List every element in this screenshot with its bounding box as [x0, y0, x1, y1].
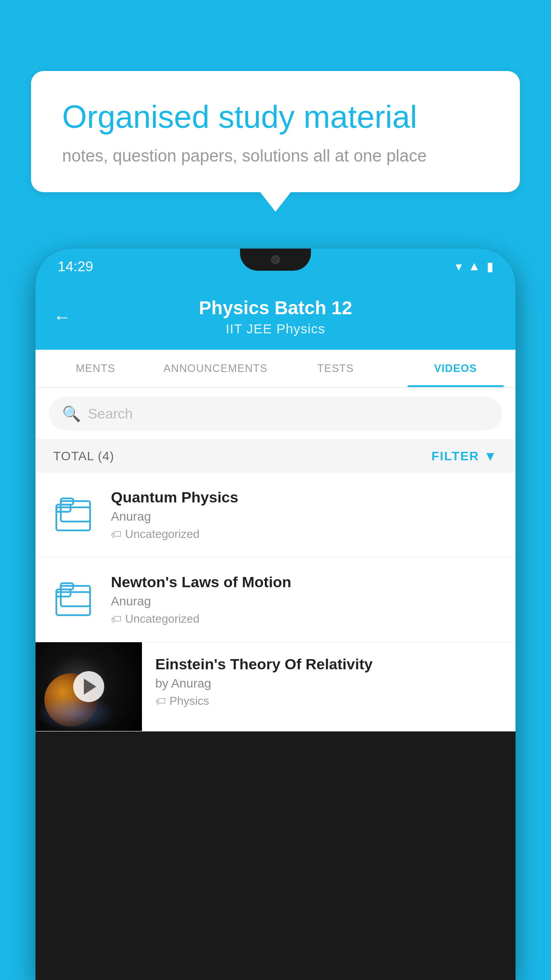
thumb-title: Einstein's Theory Of Relativity [155, 656, 502, 673]
folder-front-icon [60, 581, 91, 607]
glow-visual [35, 695, 115, 731]
folder-icon [55, 496, 95, 531]
tag-text: Uncategorized [125, 527, 200, 541]
folder-front-icon [60, 496, 91, 522]
item-icon-wrap [53, 576, 98, 620]
list-item[interactable]: Quantum Physics Anurag 🏷 Uncategorized [35, 473, 516, 557]
search-icon: 🔍 [62, 405, 81, 423]
thumb-details: Einstein's Theory Of Relativity by Anura… [142, 642, 516, 721]
tab-tests[interactable]: TESTS [276, 350, 396, 387]
notch [240, 249, 311, 271]
speech-bubble: Organised study material notes, question… [31, 71, 520, 192]
list-item[interactable]: Newton's Laws of Motion Anurag 🏷 Uncateg… [35, 557, 516, 642]
filter-bar: TOTAL (4) FILTER ▼ [35, 440, 516, 473]
total-count: TOTAL (4) [53, 449, 114, 463]
item-title: Newton's Laws of Motion [111, 573, 498, 591]
tab-videos[interactable]: VIDEOS [396, 350, 516, 387]
tag-text: Uncategorized [125, 612, 200, 626]
item-details: Newton's Laws of Motion Anurag 🏷 Uncateg… [111, 573, 498, 626]
item-title: Quantum Physics [111, 489, 498, 506]
item-details: Quantum Physics Anurag 🏷 Uncategorized [111, 489, 498, 541]
thumb-tag: 🏷 Physics [155, 694, 502, 708]
app-header: ← Physics Batch 12 IIT JEE Physics [35, 284, 516, 350]
tag-icon: 🏷 [111, 613, 122, 625]
tag-text: Physics [169, 694, 209, 708]
tab-ments[interactable]: MENTS [35, 350, 156, 387]
speech-bubble-card: Organised study material notes, question… [31, 71, 520, 192]
battery-icon: ▮ [487, 259, 493, 274]
folder-icon [55, 581, 95, 616]
item-icon-wrap [53, 491, 98, 536]
speech-subtitle: notes, question papers, solutions all at… [62, 146, 489, 166]
tab-announcements[interactable]: ANNOUNCEMENTS [156, 350, 276, 387]
tag-icon: 🏷 [111, 528, 122, 541]
filter-funnel-icon: ▼ [484, 449, 498, 464]
search-input[interactable]: Search [88, 406, 133, 422]
speech-title: Organised study material [62, 98, 489, 136]
phone-frame: 14:29 ▾ ▲ ▮ ← Physics Batch 12 IIT JEE P… [35, 249, 516, 980]
status-icons: ▾ ▲ ▮ [456, 259, 493, 274]
header-subtitle: IIT JEE Physics [53, 321, 498, 336]
item-author: Anurag [111, 510, 498, 524]
list-item-thumb[interactable]: Einstein's Theory Of Relativity by Anura… [35, 642, 516, 731]
filter-button[interactable]: FILTER ▼ [431, 449, 498, 464]
filter-label: FILTER [431, 449, 479, 463]
search-container: 🔍 Search [35, 388, 516, 440]
search-bar[interactable]: 🔍 Search [49, 397, 502, 431]
back-button[interactable]: ← [53, 307, 71, 327]
content-list: Quantum Physics Anurag 🏷 Uncategorized [35, 473, 516, 731]
play-triangle-icon [84, 679, 96, 695]
play-button[interactable] [73, 671, 104, 702]
tag-icon: 🏷 [155, 695, 166, 707]
item-tag: 🏷 Uncategorized [111, 527, 498, 541]
status-bar: 14:29 ▾ ▲ ▮ [35, 249, 516, 284]
wifi-icon: ▾ [456, 259, 462, 274]
header-title: Physics Batch 12 [53, 297, 498, 319]
thumb-image [35, 642, 142, 731]
thumb-author: by Anurag [155, 676, 502, 691]
item-author: Anurag [111, 594, 498, 609]
item-tag: 🏷 Uncategorized [111, 612, 498, 626]
camera-dot [271, 255, 280, 264]
signal-icon: ▲ [468, 259, 480, 273]
tab-bar: MENTS ANNOUNCEMENTS TESTS VIDEOS [35, 350, 516, 388]
status-time: 14:29 [58, 258, 93, 275]
